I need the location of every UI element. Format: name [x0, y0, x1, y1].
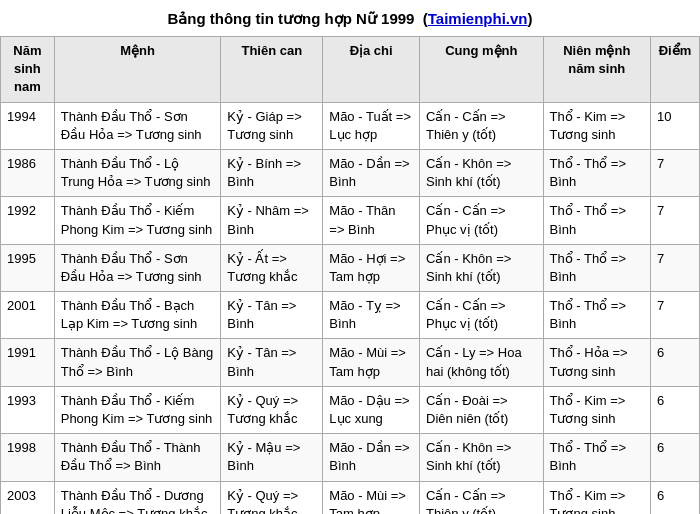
cell-cungmenh: Cấn - Đoài => Diên niên (tốt) — [420, 386, 544, 433]
cell-diachi: Mão - Thân => Bình — [323, 197, 420, 244]
cell-menh: Thành Đầu Thổ - Bạch Lạp Kim => Tương si… — [54, 292, 221, 339]
cell-diem: 6 — [650, 434, 699, 481]
cell-year: 1991 — [1, 339, 55, 386]
cell-year: 2001 — [1, 292, 55, 339]
table-row: 2003Thành Đầu Thổ - Dương Liễu Mộc => Tư… — [1, 481, 700, 514]
cell-cungmenh: Cấn - Cấn => Phục vị (tốt) — [420, 292, 544, 339]
cell-cungmenh: Cấn - Khôn => Sinh khí (tốt) — [420, 149, 544, 196]
cell-nienmenh: Thổ - Kim => Tương sinh — [543, 102, 650, 149]
cell-year: 1995 — [1, 244, 55, 291]
cell-thiencan: Kỷ - Tân => Bình — [221, 339, 323, 386]
header-nienmenh: Niên mệnh năm sinh — [543, 37, 650, 103]
cell-year: 2003 — [1, 481, 55, 514]
cell-thiencan: Kỷ - Giáp => Tương sinh — [221, 102, 323, 149]
cell-cungmenh: Cấn - Cấn => Thiên y (tốt) — [420, 481, 544, 514]
header-thiencan: Thiên can — [221, 37, 323, 103]
cell-diachi: Mão - Dần => Bình — [323, 149, 420, 196]
table-row: 1986Thành Đầu Thổ - Lộ Trung Hỏa => Tươn… — [1, 149, 700, 196]
cell-diem: 7 — [650, 149, 699, 196]
cell-thiencan: Kỷ - Tân => Bình — [221, 292, 323, 339]
header-diem: Điểm — [650, 37, 699, 103]
cell-year: 1993 — [1, 386, 55, 433]
cell-cungmenh: Cấn - Khôn => Sinh khí (tốt) — [420, 434, 544, 481]
cell-menh: Thành Đầu Thổ - Lộ Bàng Thổ => Bình — [54, 339, 221, 386]
cell-diachi: Mão - Tuất => Lục hợp — [323, 102, 420, 149]
cell-diachi: Mão - Dần => Bình — [323, 434, 420, 481]
cell-nienmenh: Thổ - Thổ => Bình — [543, 244, 650, 291]
cell-nienmenh: Thổ - Thổ => Bình — [543, 149, 650, 196]
cell-diem: 6 — [650, 386, 699, 433]
cell-menh: Thành Đầu Thổ - Dương Liễu Mộc => Tương … — [54, 481, 221, 514]
cell-nienmenh: Thổ - Thổ => Bình — [543, 434, 650, 481]
cell-year: 1998 — [1, 434, 55, 481]
cell-nienmenh: Thổ - Kim => Tương sinh — [543, 481, 650, 514]
source-link[interactable]: Taimienphi.vn — [428, 10, 528, 27]
cell-year: 1986 — [1, 149, 55, 196]
cell-thiencan: Kỷ - Mậu => Bình — [221, 434, 323, 481]
cell-menh: Thành Đầu Thổ - Kiếm Phong Kim => Tương … — [54, 386, 221, 433]
cell-diem: 10 — [650, 102, 699, 149]
cell-year: 1994 — [1, 102, 55, 149]
cell-nienmenh: Thổ - Hỏa => Tương sinh — [543, 339, 650, 386]
cell-thiencan: Kỷ - Quý => Tương khắc — [221, 386, 323, 433]
cell-thiencan: Kỷ - Quý => Tương khắc — [221, 481, 323, 514]
table-row: 1994Thành Đầu Thổ - Sơn Đầu Hỏa => Tương… — [1, 102, 700, 149]
table-row: 1992Thành Đầu Thổ - Kiếm Phong Kim => Tư… — [1, 197, 700, 244]
cell-thiencan: Kỷ - Nhâm => Bình — [221, 197, 323, 244]
page-title: Bảng thông tin tương hợp Nữ 1999 (Taimie… — [0, 0, 700, 36]
cell-diem: 7 — [650, 292, 699, 339]
cell-menh: Thành Đầu Thổ - Sơn Đầu Hỏa => Tương sin… — [54, 102, 221, 149]
cell-diachi: Mão - Mùi => Tam hợp — [323, 339, 420, 386]
cell-menh: Thành Đầu Thổ - Thành Đầu Thổ => Bình — [54, 434, 221, 481]
header-year: Năm sinh nam — [1, 37, 55, 103]
cell-nienmenh: Thổ - Thổ => Bình — [543, 197, 650, 244]
cell-thiencan: Kỷ - Bính => Bình — [221, 149, 323, 196]
cell-cungmenh: Cấn - Ly => Hoa hai (không tốt) — [420, 339, 544, 386]
table-row: 1995Thành Đầu Thổ - Sơn Đầu Hỏa => Tương… — [1, 244, 700, 291]
cell-thiencan: Kỷ - Ất => Tương khắc — [221, 244, 323, 291]
cell-cungmenh: Cấn - Cấn => Thiên y (tốt) — [420, 102, 544, 149]
cell-cungmenh: Cấn - Khôn => Sinh khí (tốt) — [420, 244, 544, 291]
cell-year: 1992 — [1, 197, 55, 244]
cell-diachi: Mão - Hợi => Tam hợp — [323, 244, 420, 291]
cell-diem: 7 — [650, 197, 699, 244]
cell-diachi: Mão - Tỵ => Bình — [323, 292, 420, 339]
table-row: 1998Thành Đầu Thổ - Thành Đầu Thổ => Bìn… — [1, 434, 700, 481]
header-cungmenh: Cung mệnh — [420, 37, 544, 103]
header-diachi: Địa chi — [323, 37, 420, 103]
cell-diem: 6 — [650, 339, 699, 386]
title-text: Bảng thông tin tương hợp Nữ 1999 — [167, 10, 414, 27]
cell-nienmenh: Thổ - Kim => Tương sinh — [543, 386, 650, 433]
cell-nienmenh: Thổ - Thổ => Bình — [543, 292, 650, 339]
cell-cungmenh: Cấn - Cấn => Phục vị (tốt) — [420, 197, 544, 244]
table-row: 2001Thành Đầu Thổ - Bạch Lạp Kim => Tươn… — [1, 292, 700, 339]
cell-menh: Thành Đầu Thổ - Lộ Trung Hỏa => Tương si… — [54, 149, 221, 196]
cell-diem: 7 — [650, 244, 699, 291]
cell-menh: Thành Đầu Thổ - Sơn Đầu Hỏa => Tương sin… — [54, 244, 221, 291]
header-menh: Mệnh — [54, 37, 221, 103]
table-row: 1993Thành Đầu Thổ - Kiếm Phong Kim => Tư… — [1, 386, 700, 433]
cell-diem: 6 — [650, 481, 699, 514]
cell-menh: Thành Đầu Thổ - Kiếm Phong Kim => Tương … — [54, 197, 221, 244]
table-row: 1991Thành Đầu Thổ - Lộ Bàng Thổ => BìnhK… — [1, 339, 700, 386]
cell-diachi: Mão - Mùi => Tam hợp — [323, 481, 420, 514]
cell-diachi: Mão - Dậu => Lục xung — [323, 386, 420, 433]
compatibility-table: Năm sinh nam Mệnh Thiên can Địa chi Cung… — [0, 36, 700, 514]
